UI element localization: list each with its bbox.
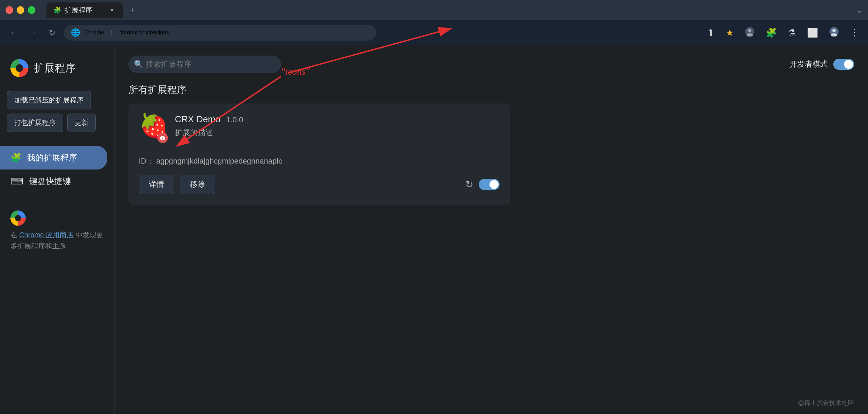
action-buttons: 加载已解压的扩展程序 打包扩展程序 更新 bbox=[0, 88, 114, 142]
extension-version: 1.0.0 bbox=[226, 115, 243, 124]
puzzle-icon[interactable]: 🧩 bbox=[764, 25, 779, 40]
remove-button[interactable]: 移除 bbox=[180, 175, 215, 194]
back-button[interactable]: ← bbox=[7, 25, 21, 40]
address-separator: | bbox=[111, 30, 112, 36]
dev-mode-label: 开发者模式 bbox=[790, 59, 828, 69]
flask-icon[interactable]: ⚗ bbox=[786, 25, 798, 40]
load-unpacked-button[interactable]: 加载已解压的扩展程序 bbox=[7, 91, 91, 109]
svg-point-1 bbox=[748, 29, 751, 32]
extension-actions: 详情 移除 ↻ bbox=[139, 175, 500, 194]
extension-header: 🍓 CRX Demo 1.0.0 扩展的描述 bbox=[139, 114, 500, 142]
my-extensions-label: 我的扩展程序 bbox=[27, 152, 77, 163]
reload-button[interactable]: ↻ bbox=[465, 179, 473, 190]
extension-info: CRX Demo 1.0.0 扩展的描述 bbox=[175, 114, 500, 138]
keyboard-icon: ⌨ bbox=[10, 176, 24, 187]
dev-mode-area: 开发者模式 bbox=[790, 59, 854, 70]
address-input[interactable]: 🌐 Chrome | chrome://extensions bbox=[64, 25, 376, 41]
toolbar-right: ⬆ ★ 🧩 ⚗ ⬜ ⋮ bbox=[705, 25, 861, 41]
search-wrap: 🔍 bbox=[128, 56, 302, 73]
sidebar-item-my-extensions[interactable]: 🧩 我的扩展程序 bbox=[0, 146, 107, 169]
page-title-wrap: 扩展程序 bbox=[0, 56, 114, 88]
window-controls: ⌄ bbox=[857, 6, 862, 14]
tab-close-button[interactable]: ✕ bbox=[108, 6, 116, 14]
svg-point-4 bbox=[832, 29, 836, 32]
id-value: agpgngmjkdlajghcgmlpedegnnanaplc bbox=[156, 157, 282, 165]
section-title: 所有扩展程序 bbox=[128, 83, 854, 97]
chrome-store-link[interactable]: Chrome 应用商店 bbox=[19, 231, 74, 239]
extension-desc: 扩展的描述 bbox=[175, 127, 500, 138]
extension-divider bbox=[139, 149, 500, 149]
watermark: @稀土掘金技术社区 bbox=[798, 399, 854, 407]
extension-icon-badge bbox=[158, 133, 168, 143]
update-button[interactable]: 更新 bbox=[67, 114, 96, 132]
address-site: Chrome bbox=[84, 30, 104, 36]
address-url: chrome://extensions bbox=[119, 30, 169, 36]
new-tab-button[interactable]: + bbox=[126, 2, 139, 18]
sidebar-nav: 🧩 我的扩展程序 ⌨ 键盘快捷键 bbox=[0, 146, 114, 193]
chrome-logo bbox=[10, 59, 28, 77]
tab-title: 扩展程序 bbox=[65, 6, 92, 15]
share-icon[interactable]: ⬆ bbox=[705, 25, 717, 40]
profile-icon bbox=[827, 25, 841, 41]
svg-point-8 bbox=[162, 138, 163, 139]
star-icon[interactable]: ★ bbox=[724, 25, 736, 40]
id-label: ID： bbox=[139, 157, 154, 165]
sidebar-item-keyboard-shortcuts[interactable]: ⌨ 键盘快捷键 bbox=[0, 169, 107, 193]
more-icon[interactable]: ⋮ bbox=[848, 25, 861, 40]
sidebar: 扩展程序 加载已解压的扩展程序 打包扩展程序 更新 🧩 我的扩展程序 ⌨ 键盘快… bbox=[0, 45, 114, 414]
close-button[interactable] bbox=[6, 6, 13, 14]
extension-icon-wrap: 🍓 bbox=[139, 114, 167, 142]
page: 扩展程序 加载已解压的扩展程序 打包扩展程序 更新 🧩 我的扩展程序 ⌨ 键盘快… bbox=[0, 45, 868, 414]
refresh-button[interactable]: ↻ bbox=[46, 25, 58, 40]
split-icon[interactable]: ⬜ bbox=[805, 25, 820, 40]
tab-puzzle-icon: 🧩 bbox=[53, 6, 61, 14]
account-icon bbox=[743, 25, 757, 41]
extension-card: 🍓 CRX Demo 1.0.0 扩展的描述 bbox=[128, 104, 510, 205]
minimize-button[interactable] bbox=[17, 6, 24, 14]
page-title: 扩展程序 bbox=[34, 61, 76, 75]
keyboard-shortcuts-label: 键盘快捷键 bbox=[29, 176, 71, 187]
sidebar-footer-text: 在 Chrome 应用商店 中发现更多扩展程序和主题 bbox=[10, 229, 104, 251]
title-bar: 🧩 扩展程序 ✕ + ⌄ bbox=[0, 0, 868, 20]
extension-name: CRX Demo bbox=[175, 114, 220, 124]
extensions-icon: 🧩 bbox=[10, 152, 22, 163]
traffic-lights bbox=[6, 6, 35, 14]
dev-mode-toggle[interactable] bbox=[833, 59, 854, 70]
svg-rect-7 bbox=[161, 136, 164, 138]
detail-button[interactable]: 详情 bbox=[139, 175, 174, 194]
globe-icon: 🌐 bbox=[71, 28, 80, 37]
tab-bar: 🧩 扩展程序 ✕ + bbox=[46, 2, 852, 18]
extension-id: ID： agpgngmjkdlajghcgmlpedegnnanaplc bbox=[139, 156, 500, 166]
search-icon: 🔍 bbox=[134, 60, 143, 69]
search-input[interactable] bbox=[128, 56, 281, 73]
address-bar: ← → ↻ 🌐 Chrome | chrome://extensions ⬆ ★… bbox=[0, 20, 868, 45]
pack-button[interactable]: 打包扩展程序 bbox=[7, 114, 63, 132]
extension-toggle[interactable] bbox=[479, 179, 500, 190]
forward-button[interactable]: → bbox=[26, 25, 40, 40]
main-content: 🔍 开发者模式 所有扩展程序 🍓 bbox=[114, 45, 868, 414]
sidebar-footer: 在 Chrome 应用商店 中发现更多扩展程序和主题 bbox=[0, 204, 114, 258]
maximize-button[interactable] bbox=[28, 6, 35, 14]
tab-extensions[interactable]: 🧩 扩展程序 ✕ bbox=[46, 2, 123, 18]
chevron-down-icon[interactable]: ⌄ bbox=[857, 6, 862, 14]
